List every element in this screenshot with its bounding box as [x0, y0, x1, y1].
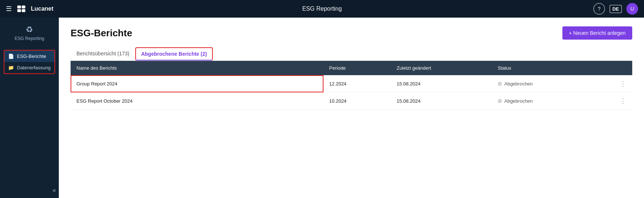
col-header-menu	[604, 61, 632, 75]
report-periode-cell: 10.2024	[323, 92, 391, 110]
col-header-status: Status	[492, 61, 604, 75]
navbar: ☰ Lucanet ESG Reporting ? DE U	[0, 0, 644, 18]
sidebar-collapse-button[interactable]: «	[53, 187, 56, 194]
abgebrochen-icon: ⊘	[498, 98, 502, 104]
sidebar-item-label-datenerfassung: Datenerfassung	[17, 65, 51, 70]
reports-table-wrapper: Name des Berichts Periode Zuletzt geände…	[71, 61, 632, 110]
sidebar: ♻ ESG Reporting 📄 ESG-Berichte 📁 Datener…	[0, 18, 59, 198]
content-area: ESG-Berichte + Neuen Bericht anlegen Ber…	[59, 18, 644, 198]
esg-reporting-icon: ♻	[26, 25, 33, 34]
language-button[interactable]: DE	[609, 5, 622, 13]
report-zuletzt-cell: 15.08.2024	[391, 92, 492, 110]
logo-icon	[16, 5, 26, 12]
report-status-cell: ⊘ Abgebrochen	[492, 92, 604, 110]
table-row[interactable]: ESG Report October 2024 10.2024 15.08.20…	[71, 92, 632, 110]
svg-rect-3	[22, 9, 25, 12]
sidebar-item-esg-berichte[interactable]: 📄 ESG-Berichte	[4, 51, 54, 62]
row-menu-button[interactable]: ⋮	[604, 75, 632, 92]
help-button[interactable]: ?	[593, 3, 605, 15]
reports-table: Name des Berichts Periode Zuletzt geände…	[71, 61, 632, 110]
abgebrochen-icon: ⊘	[498, 81, 502, 87]
main-layout: ♻ ESG Reporting 📄 ESG-Berichte 📁 Datener…	[0, 18, 644, 198]
table-header: Name des Berichts Periode Zuletzt geände…	[71, 61, 632, 75]
row-menu-button[interactable]: ⋮	[604, 92, 632, 110]
sidebar-item-label-esg-berichte: ESG-Berichte	[17, 54, 46, 59]
navbar-title: ESG Reporting	[302, 6, 342, 12]
tab-berichtsuebersicht[interactable]: Berichtsübersicht (173)	[71, 47, 135, 61]
sidebar-nav-section: 📄 ESG-Berichte 📁 Datenerfassung	[4, 50, 55, 74]
report-status-label: Abgebrochen	[504, 98, 533, 104]
col-header-name: Name des Berichts	[71, 61, 323, 75]
report-status-cell: ⊘ Abgebrochen	[492, 75, 604, 92]
page-title: ESG-Berichte	[71, 27, 132, 39]
report-status-label: Abgebrochen	[504, 81, 533, 87]
report-zuletzt-cell: 15.08.2024	[391, 75, 492, 92]
svg-rect-0	[17, 6, 21, 8]
folder-icon: 📁	[8, 65, 14, 70]
hamburger-icon[interactable]: ☰	[6, 5, 12, 13]
new-report-button[interactable]: + Neuen Bericht anlegen	[562, 26, 633, 40]
svg-rect-2	[17, 9, 21, 12]
content-header: ESG-Berichte + Neuen Bericht anlegen	[71, 26, 632, 40]
sidebar-esg-label: ESG Reporting	[15, 36, 44, 41]
col-header-zuletzt: Zuletzt geändert	[391, 61, 492, 75]
table-row[interactable]: Group Report 2024 12.2024 15.08.2024 ⊘ A…	[71, 75, 632, 92]
user-avatar[interactable]: U	[626, 3, 638, 15]
col-header-periode: Periode	[323, 61, 391, 75]
sidebar-item-datenerfassung[interactable]: 📁 Datenerfassung	[4, 62, 54, 73]
document-icon: 📄	[8, 54, 14, 59]
tabs: Berichtsübersicht (173) Abgebrochene Ber…	[71, 47, 632, 61]
navbar-left: ☰ Lucanet	[6, 5, 53, 13]
sidebar-esg-reporting[interactable]: ♻ ESG Reporting	[12, 22, 47, 44]
report-name-cell: ESG Report October 2024	[71, 92, 323, 110]
report-periode-cell: 12.2024	[323, 75, 391, 92]
svg-rect-1	[22, 6, 25, 8]
logo-text: Lucanet	[31, 6, 53, 12]
table-body: Group Report 2024 12.2024 15.08.2024 ⊘ A…	[71, 75, 632, 110]
report-name-cell: Group Report 2024	[71, 75, 323, 92]
navbar-right: ? DE U	[593, 3, 638, 15]
tab-abgebrochene[interactable]: Abgebrochene Berichte (2)	[135, 47, 213, 60]
